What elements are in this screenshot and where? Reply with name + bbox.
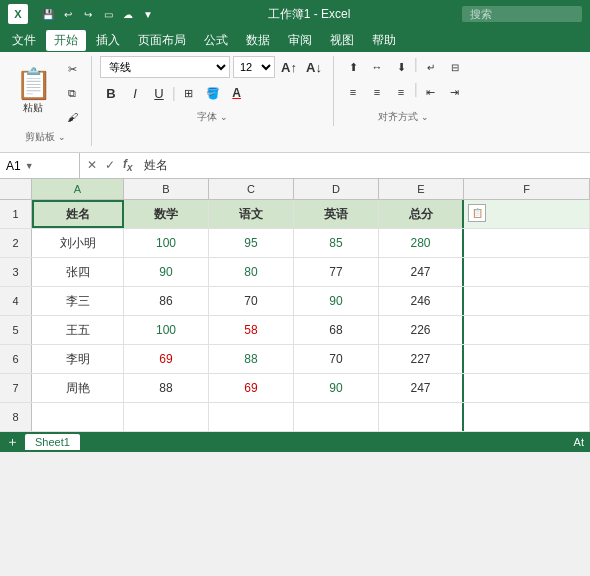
format-painter-button[interactable]: 🖌 bbox=[61, 106, 83, 128]
cell-a2[interactable]: 刘小明 bbox=[32, 229, 124, 257]
decrease-font-button[interactable]: A↓ bbox=[303, 56, 325, 78]
cell-e1[interactable]: 总分 bbox=[379, 200, 464, 228]
align-middle-button[interactable]: ↔ bbox=[366, 56, 388, 78]
cell-c1[interactable]: 语文 bbox=[209, 200, 294, 228]
align-right-button[interactable]: ≡ bbox=[390, 81, 412, 103]
dropdown-icon[interactable]: ▼ bbox=[140, 6, 156, 22]
cell-a6[interactable]: 李明 bbox=[32, 345, 124, 373]
paste-smart-icon[interactable]: 📋 bbox=[468, 204, 486, 222]
add-sheet-button[interactable]: ＋ bbox=[6, 433, 19, 451]
cell-d2[interactable]: 85 bbox=[294, 229, 379, 257]
align-top-button[interactable]: ⬆ bbox=[342, 56, 364, 78]
font-color-button[interactable]: A bbox=[226, 82, 248, 104]
menu-view[interactable]: 视图 bbox=[322, 30, 362, 51]
cell-e6[interactable]: 227 bbox=[379, 345, 464, 373]
cell-d4[interactable]: 90 bbox=[294, 287, 379, 315]
font-name-select[interactable]: 等线 bbox=[100, 56, 230, 78]
align-left-button[interactable]: ≡ bbox=[342, 81, 364, 103]
cell-d5[interactable]: 68 bbox=[294, 316, 379, 344]
menu-data[interactable]: 数据 bbox=[238, 30, 278, 51]
cell-e3[interactable]: 247 bbox=[379, 258, 464, 286]
cell-d8[interactable] bbox=[294, 403, 379, 431]
cancel-formula-button[interactable]: ✕ bbox=[84, 158, 100, 172]
search-input[interactable] bbox=[462, 6, 582, 22]
menu-insert[interactable]: 插入 bbox=[88, 30, 128, 51]
redo-icon[interactable]: ↪ bbox=[80, 6, 96, 22]
cell-d1[interactable]: 英语 bbox=[294, 200, 379, 228]
cloud-icon[interactable]: ☁ bbox=[120, 6, 136, 22]
cell-c6[interactable]: 88 bbox=[209, 345, 294, 373]
col-header-c[interactable]: C bbox=[209, 179, 294, 199]
cell-f6[interactable] bbox=[464, 345, 590, 373]
cell-f2[interactable] bbox=[464, 229, 590, 257]
col-header-f[interactable]: F bbox=[464, 179, 590, 199]
cell-c2[interactable]: 95 bbox=[209, 229, 294, 257]
cell-b2[interactable]: 100 bbox=[124, 229, 209, 257]
name-box-dropdown[interactable]: ▼ bbox=[25, 161, 34, 171]
cell-e4[interactable]: 246 bbox=[379, 287, 464, 315]
name-box[interactable]: A1 ▼ bbox=[0, 153, 80, 178]
col-header-b[interactable]: B bbox=[124, 179, 209, 199]
sheet-tab-active[interactable]: Sheet1 bbox=[25, 434, 80, 450]
copy-button[interactable]: ⧉ bbox=[61, 82, 83, 104]
undo-icon[interactable]: ↩ bbox=[60, 6, 76, 22]
cell-a7[interactable]: 周艳 bbox=[32, 374, 124, 402]
confirm-formula-button[interactable]: ✓ bbox=[102, 158, 118, 172]
cell-e5[interactable]: 226 bbox=[379, 316, 464, 344]
font-size-select[interactable]: 12 bbox=[233, 56, 275, 78]
autosave-icon[interactable]: ▭ bbox=[100, 6, 116, 22]
cell-f7[interactable] bbox=[464, 374, 590, 402]
col-header-e[interactable]: E bbox=[379, 179, 464, 199]
cell-b5[interactable]: 100 bbox=[124, 316, 209, 344]
cell-c3[interactable]: 80 bbox=[209, 258, 294, 286]
cell-e2[interactable]: 280 bbox=[379, 229, 464, 257]
border-button[interactable]: ⊞ bbox=[178, 82, 200, 104]
cell-a8[interactable] bbox=[32, 403, 124, 431]
cell-c4[interactable]: 70 bbox=[209, 287, 294, 315]
bold-button[interactable]: B bbox=[100, 82, 122, 104]
menu-formula[interactable]: 公式 bbox=[196, 30, 236, 51]
cell-e8[interactable] bbox=[379, 403, 464, 431]
cell-f8[interactable] bbox=[464, 403, 590, 431]
cut-button[interactable]: ✂ bbox=[61, 58, 83, 80]
cell-d3[interactable]: 77 bbox=[294, 258, 379, 286]
italic-button[interactable]: I bbox=[124, 82, 146, 104]
menu-file[interactable]: 文件 bbox=[4, 30, 44, 51]
menu-review[interactable]: 审阅 bbox=[280, 30, 320, 51]
cell-b8[interactable] bbox=[124, 403, 209, 431]
menu-page-layout[interactable]: 页面布局 bbox=[130, 30, 194, 51]
cell-b1[interactable]: 数学 bbox=[124, 200, 209, 228]
cell-f3[interactable] bbox=[464, 258, 590, 286]
cell-e7[interactable]: 247 bbox=[379, 374, 464, 402]
cell-b6[interactable]: 69 bbox=[124, 345, 209, 373]
cell-b7[interactable]: 88 bbox=[124, 374, 209, 402]
cell-d6[interactable]: 70 bbox=[294, 345, 379, 373]
align-center-button[interactable]: ≡ bbox=[366, 81, 388, 103]
increase-font-button[interactable]: A↑ bbox=[278, 56, 300, 78]
cell-b3[interactable]: 90 bbox=[124, 258, 209, 286]
cell-b4[interactable]: 86 bbox=[124, 287, 209, 315]
menu-help[interactable]: 帮助 bbox=[364, 30, 404, 51]
indent-increase-button[interactable]: ⇥ bbox=[444, 81, 466, 103]
paste-button[interactable]: 📋 粘贴 bbox=[8, 64, 58, 120]
cell-d7[interactable]: 90 bbox=[294, 374, 379, 402]
cell-f5[interactable] bbox=[464, 316, 590, 344]
insert-function-button[interactable]: fx bbox=[120, 157, 136, 173]
cell-a5[interactable]: 王五 bbox=[32, 316, 124, 344]
wrap-text-button[interactable]: ↵ bbox=[420, 56, 442, 78]
cell-c8[interactable] bbox=[209, 403, 294, 431]
underline-button[interactable]: U bbox=[148, 82, 170, 104]
cell-a3[interactable]: 张四 bbox=[32, 258, 124, 286]
menu-home[interactable]: 开始 bbox=[46, 30, 86, 51]
cell-c7[interactable]: 69 bbox=[209, 374, 294, 402]
cell-a1[interactable]: 姓名 bbox=[32, 200, 124, 228]
cell-a4[interactable]: 李三 bbox=[32, 287, 124, 315]
align-bottom-button[interactable]: ⬇ bbox=[390, 56, 412, 78]
merge-button[interactable]: ⊟ bbox=[444, 56, 466, 78]
col-header-d[interactable]: D bbox=[294, 179, 379, 199]
indent-decrease-button[interactable]: ⇤ bbox=[420, 81, 442, 103]
save-icon[interactable]: 💾 bbox=[40, 6, 56, 22]
fill-color-button[interactable]: 🪣 bbox=[202, 82, 224, 104]
cell-f1[interactable]: 📋 bbox=[464, 200, 590, 228]
cell-f4[interactable] bbox=[464, 287, 590, 315]
